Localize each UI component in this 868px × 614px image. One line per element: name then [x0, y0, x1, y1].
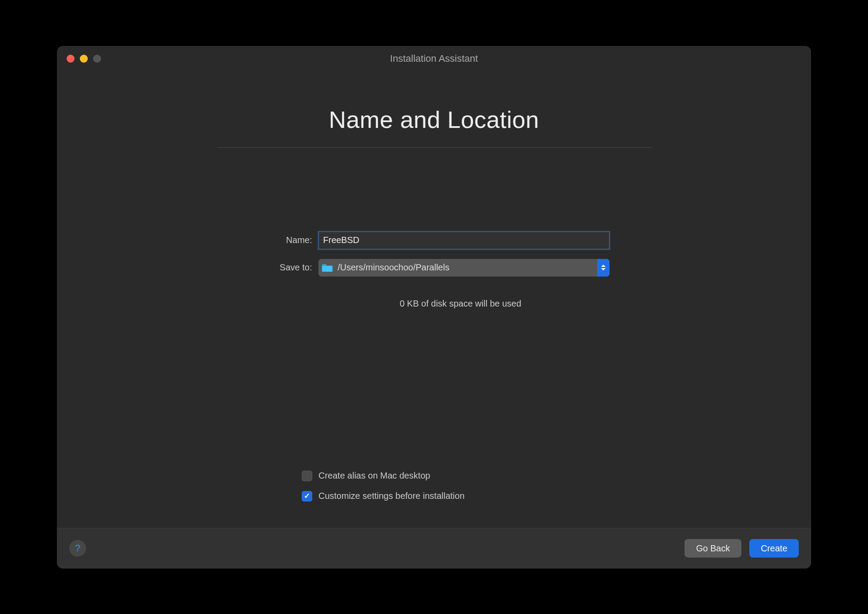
customize-option-row: ✓ Customize settings before installation — [302, 491, 566, 502]
check-icon: ✓ — [304, 491, 310, 501]
customize-label: Customize settings before installation — [318, 491, 464, 501]
customize-checkbox[interactable]: ✓ — [302, 491, 312, 502]
footer: ? Go Back Create — [57, 528, 811, 569]
form-area: Name: Save to: /Users/minsoochoo/Paralle… — [57, 232, 811, 309]
close-button[interactable] — [67, 55, 75, 63]
chevron-up-down-icon — [597, 259, 610, 277]
alias-checkbox[interactable] — [302, 471, 312, 481]
help-button[interactable]: ? — [69, 540, 86, 557]
disk-usage-text: 0 KB of disk space will be used — [400, 299, 521, 309]
save-to-row: Save to: /Users/minsoochoo/Parallels — [259, 259, 610, 277]
page-title: Name and Location — [329, 106, 539, 133]
save-to-popup[interactable]: /Users/minsoochoo/Parallels — [318, 259, 610, 277]
window-title: Installation Assistant — [57, 53, 811, 64]
create-button[interactable]: Create — [749, 539, 799, 558]
name-input[interactable] — [318, 232, 610, 249]
traffic-lights — [67, 55, 101, 63]
alias-option-row: Create alias on Mac desktop — [302, 471, 566, 481]
maximize-button[interactable] — [93, 55, 101, 63]
folder-icon — [322, 263, 333, 272]
minimize-button[interactable] — [80, 55, 88, 63]
divider — [217, 147, 651, 148]
name-row: Name: — [259, 232, 610, 249]
name-label: Name: — [259, 235, 318, 245]
alias-label: Create alias on Mac desktop — [318, 471, 430, 481]
options-area: Create alias on Mac desktop ✓ Customize … — [302, 471, 566, 511]
save-to-path: /Users/minsoochoo/Parallels — [338, 262, 606, 273]
help-icon: ? — [75, 543, 80, 554]
installation-assistant-window: Installation Assistant Name and Location… — [57, 46, 811, 569]
go-back-button[interactable]: Go Back — [685, 539, 741, 558]
titlebar: Installation Assistant — [57, 46, 811, 71]
save-to-label: Save to: — [259, 262, 318, 273]
content-area: Name and Location Name: Save to: /Users/… — [57, 71, 811, 528]
